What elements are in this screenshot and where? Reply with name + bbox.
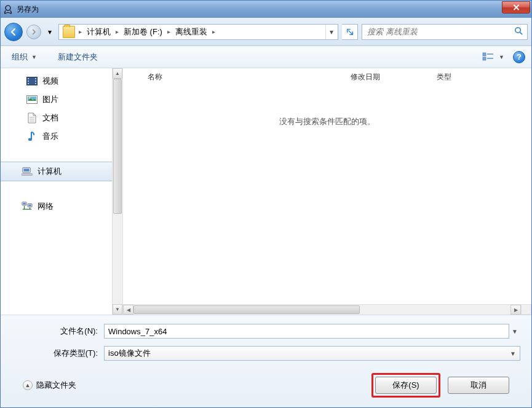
- scroll-right-button[interactable]: ▶: [510, 305, 521, 315]
- breadcrumb-seg-drive[interactable]: 新加卷 (F:): [120, 25, 166, 39]
- music-icon: [26, 131, 38, 142]
- sidebar-label: 网络: [38, 201, 54, 212]
- svg-line-2: [520, 32, 522, 34]
- nav-tree: 视频 图片 文档 音乐 计算机 网络: [1, 68, 122, 315]
- navigation-bar: ▾ ▸ 计算机 ▸ 新加卷 (F:) ▸ 离线重装 ▸ ▾: [1, 18, 531, 46]
- organize-label: 组织: [12, 52, 28, 63]
- breadcrumb-seg-folder[interactable]: 离线重装: [172, 25, 211, 39]
- horizontal-scrollbar[interactable]: ◀ ▶: [123, 304, 521, 315]
- list-view-icon: [482, 52, 496, 62]
- breadcrumb-arrow-icon[interactable]: ▸: [211, 28, 216, 35]
- address-dropdown[interactable]: ▾: [325, 25, 336, 39]
- new-folder-label: 新建文件夹: [58, 52, 98, 63]
- help-button[interactable]: ?: [513, 51, 525, 63]
- main-area: 视频 图片 文档 音乐 计算机 网络: [1, 68, 531, 315]
- search-input[interactable]: [366, 26, 514, 37]
- chevron-down-icon: ▼: [499, 54, 504, 60]
- sidebar-label: 文档: [42, 112, 58, 124]
- sidebar-label: 计算机: [38, 166, 62, 177]
- column-headers: 名称 修改日期 类型: [123, 68, 531, 85]
- file-list-area: 名称 修改日期 类型 没有与搜索条件匹配的项。 ◀ ▶: [122, 68, 531, 315]
- svg-rect-4: [483, 57, 486, 60]
- scroll-left-button[interactable]: ◀: [123, 305, 133, 315]
- svg-point-20: [28, 138, 32, 141]
- svg-rect-27: [28, 205, 31, 206]
- breadcrumb-arrow-icon[interactable]: ▸: [114, 28, 120, 35]
- documents-icon: [26, 112, 38, 124]
- sidebar-item-documents[interactable]: 文档: [1, 109, 122, 127]
- svg-rect-10: [28, 83, 29, 84]
- chevron-down-icon: ▼: [507, 350, 518, 357]
- refresh-button[interactable]: [342, 24, 358, 40]
- folder-icon: [63, 26, 75, 38]
- cancel-button[interactable]: 取消: [448, 377, 509, 394]
- svg-rect-12: [35, 80, 36, 82]
- scroll-down-button[interactable]: ▼: [113, 304, 122, 315]
- save-as-dialog: 另存为 ▾ ▸ 计算机 ▸ 新加卷 (F:) ▸ 离线重装 ▸ ▾: [0, 0, 532, 408]
- breadcrumb-seg-computer[interactable]: 计算机: [83, 25, 114, 39]
- column-header-type[interactable]: 类型: [431, 68, 467, 86]
- column-header-name[interactable]: 名称: [141, 68, 344, 86]
- svg-rect-26: [23, 203, 26, 205]
- scroll-corner: [521, 304, 531, 315]
- filename-label: 文件名(N):: [12, 326, 104, 337]
- filename-dropdown[interactable]: ▼: [509, 328, 520, 335]
- search-icon[interactable]: [514, 26, 523, 37]
- scroll-up-button[interactable]: ▲: [113, 68, 122, 79]
- scroll-thumb[interactable]: [133, 305, 360, 314]
- titlebar: 另存为: [1, 1, 531, 18]
- filetype-select[interactable]: iso镜像文件 ▼: [104, 346, 520, 361]
- video-icon: [26, 76, 38, 87]
- organize-button[interactable]: 组织 ▼: [7, 49, 42, 65]
- filename-input[interactable]: [104, 324, 509, 339]
- sidebar-item-computer[interactable]: 计算机: [1, 162, 122, 181]
- address-bar[interactable]: ▸ 计算机 ▸ 新加卷 (F:) ▸ 离线重装 ▸ ▾: [58, 24, 338, 40]
- svg-point-0: [6, 6, 10, 10]
- svg-point-16: [29, 97, 31, 99]
- scroll-thumb[interactable]: [113, 79, 122, 214]
- hide-folders-label: 隐藏文件夹: [36, 380, 76, 391]
- sidebar-item-music[interactable]: 音乐: [1, 127, 122, 146]
- svg-rect-11: [35, 78, 36, 79]
- command-bar: 组织 ▼ 新建文件夹 ▼ ?: [1, 46, 531, 68]
- sidebar-scrollbar[interactable]: ▲ ▼: [112, 68, 122, 315]
- svg-point-1: [515, 27, 520, 32]
- window-title: 另存为: [17, 4, 39, 15]
- sidebar-item-pictures[interactable]: 图片: [1, 90, 122, 109]
- svg-rect-9: [28, 80, 29, 82]
- network-icon: [22, 201, 33, 212]
- breadcrumb-arrow-icon[interactable]: ▸: [77, 28, 83, 35]
- svg-rect-13: [35, 83, 36, 84]
- column-header-date[interactable]: 修改日期: [344, 68, 431, 86]
- breadcrumb: 计算机 ▸ 新加卷 (F:) ▸ 离线重装 ▸: [83, 25, 325, 39]
- svg-rect-3: [483, 53, 486, 56]
- filetype-label: 保存类型(T):: [12, 348, 104, 359]
- save-button[interactable]: 保存(S): [375, 377, 437, 394]
- svg-rect-23: [22, 174, 33, 176]
- app-icon: [3, 4, 13, 14]
- forward-button[interactable]: [26, 25, 41, 39]
- history-dropdown[interactable]: ▾: [45, 26, 55, 38]
- breadcrumb-arrow-icon[interactable]: ▸: [166, 28, 172, 35]
- svg-rect-22: [24, 169, 30, 172]
- hide-folders-toggle[interactable]: ▲ 隐藏文件夹: [23, 380, 76, 391]
- new-folder-button[interactable]: 新建文件夹: [53, 49, 103, 65]
- empty-message: 没有与搜索条件匹配的项。: [123, 85, 531, 158]
- sidebar-item-network[interactable]: 网络: [1, 197, 122, 216]
- sidebar-item-video[interactable]: 视频: [1, 72, 122, 90]
- pictures-icon: [26, 94, 38, 105]
- view-options-button[interactable]: ▼: [482, 52, 504, 62]
- sidebar-label: 音乐: [42, 131, 58, 142]
- search-box[interactable]: [362, 24, 528, 40]
- computer-icon: [22, 166, 33, 177]
- svg-rect-8: [28, 78, 29, 79]
- sidebar-label: 图片: [42, 94, 58, 105]
- chevron-down-icon: ▼: [31, 54, 37, 60]
- collapse-icon: ▲: [23, 380, 33, 390]
- sidebar-label: 视频: [42, 76, 58, 87]
- save-button-highlight: 保存(S): [371, 373, 440, 398]
- back-button[interactable]: [4, 23, 23, 41]
- filetype-value: iso镜像文件: [108, 348, 507, 359]
- close-button[interactable]: [502, 1, 530, 14]
- save-form: 文件名(N): ▼ 保存类型(T): iso镜像文件 ▼ ▲ 隐藏文件夹 保存(…: [1, 315, 531, 407]
